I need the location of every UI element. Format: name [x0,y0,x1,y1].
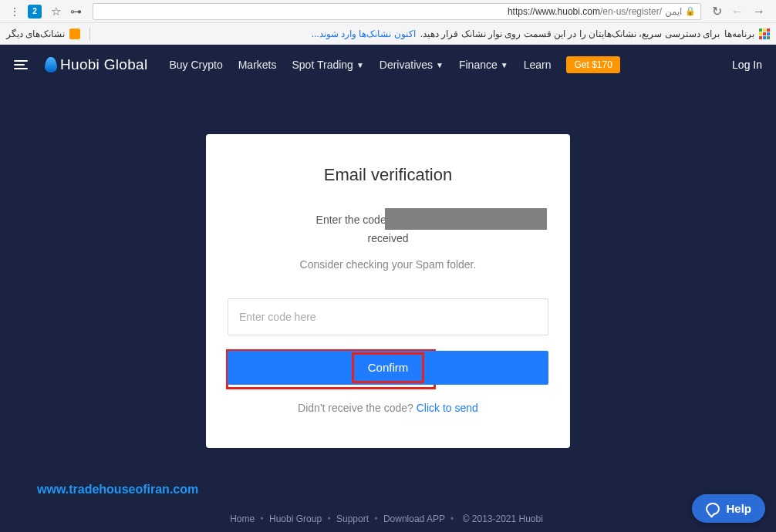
footer-copyright: © 2013-2021 Huobi [463,513,543,524]
footer-link-support[interactable]: Support [336,513,369,524]
nav-spot-trading[interactable]: Spot Trading▼ [292,59,364,71]
nav-finance[interactable]: Finance▼ [459,59,508,71]
hamburger-menu-icon[interactable] [14,60,28,69]
chevron-down-icon: ▼ [501,61,508,69]
site-logo[interactable]: Huobi Global [45,56,147,73]
main-nav: Buy Crypto Markets Spot Trading▼ Derivat… [169,56,619,73]
url-path: /en-us/register/ [600,6,662,17]
apps-label[interactable]: برنامه‌ها [724,29,754,39]
back-icon[interactable]: ← [731,5,744,19]
confirm-button[interactable]: Confirm [228,351,548,385]
footer-link-group[interactable]: Huobi Group [269,513,322,524]
spam-hint: Consider checking your Spam folder. [228,258,548,271]
login-link[interactable]: Log In [732,59,762,71]
chevron-down-icon: ▼ [356,61,364,69]
chat-bubble-icon [706,503,720,515]
logo-text: Huobi Global [60,56,147,73]
help-chat-button[interactable]: Help [692,494,765,523]
nav-buy-crypto[interactable]: Buy Crypto [169,59,222,71]
resend-link[interactable]: Click to send [417,402,478,414]
verification-code-input[interactable] [228,298,548,335]
lock-icon: 🔒 [685,6,696,16]
reload-icon[interactable]: ↻ [712,4,722,19]
card-description: Enter the code that your email [228,211,548,228]
footer-link-home[interactable]: Home [230,513,255,524]
page-body: Email verification Enter the code that y… [0,85,776,532]
password-key-icon[interactable]: ⊶ [70,5,82,19]
extension-badge-icon[interactable]: 2 [28,5,42,19]
watermark-text: www.tradehouseofiran.com [37,483,198,497]
promo-badge[interactable]: Get $170 [566,56,619,73]
nav-markets[interactable]: Markets [238,59,277,71]
separator [89,28,90,40]
card-description-2: received [228,230,548,247]
forward-icon[interactable]: → [753,5,765,19]
site-footer: Home • Huobi Group • Support • Download … [0,513,776,524]
apps-grid-icon[interactable] [759,29,770,39]
resend-row: Didn't receive the code? Click to send [228,402,548,414]
import-bookmarks-link[interactable]: اکنون نشانک‌ها وارد شوند... [312,29,416,39]
verification-card: Email verification Enter the code that y… [206,134,570,448]
url-host: https://www.huobi.com [508,6,600,17]
address-bar[interactable]: https://www.huobi.com/en-us/register/ ای… [93,3,701,20]
browser-toolbar: ⋮ 2 ☆ ⊶ https://www.huobi.com/en-us/regi… [0,0,776,23]
redacted-email [385,208,547,230]
bookmarks-bar: برنامه‌ها برای دسترسی سریع، نشانک‌هایتان… [0,23,776,45]
nav-derivatives[interactable]: Derivatives▼ [380,59,444,71]
chevron-down-icon: ▼ [436,61,444,69]
browser-menu-icon[interactable]: ⋮ [6,5,23,18]
bookmark-star-icon[interactable]: ☆ [51,5,61,19]
other-bookmarks-label[interactable]: نشانک‌های دیگر [6,29,65,39]
folder-icon[interactable] [69,29,80,39]
footer-link-download[interactable]: Download APP [383,513,445,524]
site-header: Huobi Global Buy Crypto Markets Spot Tra… [0,45,776,85]
secure-label: ایمن [665,6,682,17]
card-title: Email verification [228,165,548,185]
nav-learn[interactable]: Learn [524,59,552,71]
logo-flame-icon [45,57,57,72]
bookmark-hint: برای دسترسی سریع، نشانک‌هایتان را در این… [420,29,720,39]
